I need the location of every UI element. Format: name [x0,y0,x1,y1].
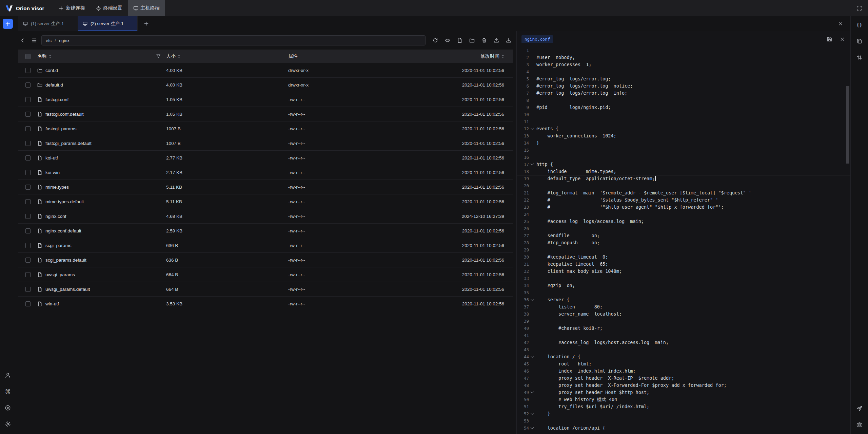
code-line[interactable]: 23 # '"$http_user_agent" "$http_x_forwar… [517,204,850,211]
code-line[interactable]: 44 location / { [517,353,850,360]
file-name[interactable]: nginx.conf.default [45,228,81,233]
code-line[interactable]: 50 # web history 模式 404 [517,396,850,403]
code-line[interactable]: 1 [517,47,850,54]
file-name[interactable]: mime.types.default [45,199,84,204]
code-line[interactable]: 37 listen 80; [517,303,850,310]
code-line[interactable]: 12events { [517,125,850,132]
file-row[interactable]: fastcgi_params 1007 B -rw-r--r-- 2020-11… [18,121,513,136]
code-line[interactable]: 43 [517,346,850,353]
code-line[interactable]: 17http { [517,161,850,168]
code-line[interactable]: 53 [517,417,850,424]
code-line[interactable]: 46 index index.html index.htm; [517,367,850,375]
download-icon[interactable] [504,36,513,45]
file-name[interactable]: win-utf [45,301,59,306]
filter-funnel-icon[interactable] [156,54,166,59]
row-checkbox[interactable] [25,258,31,263]
file-row[interactable]: fastcgi.conf 1.05 KB -rw-r--r-- 2020-11-… [18,92,513,107]
code-line[interactable]: 6#error_log logs/error.log notice; [517,82,850,90]
row-checkbox[interactable] [25,287,31,292]
code-line[interactable]: 11 [517,118,850,125]
breadcrumb-segment[interactable]: nginx [59,38,70,43]
preview-eye-icon[interactable] [443,36,452,45]
code-line[interactable]: 19 default_type application/octet-stream… [517,175,850,182]
save-icon[interactable] [826,36,833,42]
code-line[interactable]: 13 worker_connections 1024; [517,132,850,139]
fold-chevron-icon[interactable] [529,424,535,432]
code-line[interactable]: 18 include mime.types; [517,168,850,175]
file-name[interactable]: fastcgi.conf [45,97,68,102]
sort-icon[interactable] [49,55,52,58]
row-checkbox[interactable] [25,141,31,146]
file-name[interactable]: uwsgi_params [45,272,75,277]
new-file-icon[interactable] [455,36,464,45]
row-checkbox[interactable] [25,199,31,204]
breadcrumb[interactable]: etc/nginx [41,35,426,45]
add-tab-icon[interactable] [142,19,151,28]
code-line[interactable]: 34 #gzip on; [517,282,850,289]
file-row[interactable]: conf.d 4.00 KB drwxr-xr-x 2020-11-01 10:… [18,63,513,78]
row-checkbox[interactable] [25,185,31,190]
file-name[interactable]: fastcgi_params.default [45,141,92,146]
code-line[interactable]: 15 [517,147,850,154]
command-shortcut-icon[interactable]: ⌘ [4,388,12,395]
file-name[interactable]: conf.d [45,68,58,73]
code-line[interactable]: 25 #access_log logs/access.log main; [517,218,850,225]
back-icon[interactable] [18,36,27,45]
row-checkbox[interactable] [25,214,31,219]
code-line[interactable]: 40 #charset koi8-r; [517,325,850,332]
file-name[interactable]: default.d [45,82,63,88]
select-all-checkbox[interactable] [25,54,31,59]
fold-chevron-icon[interactable] [529,410,535,417]
row-checkbox[interactable] [25,272,31,277]
code-line[interactable]: 27 sendfile on; [517,232,850,239]
variables-braces-icon[interactable]: {} [856,21,863,29]
code-line[interactable]: 7#error_log logs/error.log info; [517,90,850,97]
code-line[interactable]: 33 [517,275,850,282]
code-line[interactable]: 54 location /orion/api { [517,424,850,432]
menu-new-connection[interactable]: 新建连接 [53,0,91,16]
code-line[interactable]: 2#user nobody; [517,54,850,61]
code-line[interactable]: 48 proxy_set_header X-Forwarded-For $pro… [517,382,850,389]
tab-terminal-1[interactable]: (1) server-生产-1 [18,16,78,31]
menu-host-terminal[interactable]: 主机终端 [128,0,165,16]
send-command-icon[interactable] [856,405,863,412]
sort-icon[interactable] [178,55,180,58]
file-name[interactable]: nginx.conf [45,214,66,219]
breadcrumb-segment[interactable]: etc [46,38,52,43]
file-row[interactable]: nginx.conf.default 2.59 KB -rw-r--r-- 20… [18,224,513,238]
code-line[interactable]: 32 client_max_body_size 1048m; [517,268,850,275]
code-line[interactable]: 28 #tcp_nopush on; [517,239,850,246]
row-checkbox[interactable] [25,112,31,117]
user-icon[interactable] [4,372,12,379]
code-line[interactable]: 35 [517,289,850,296]
code-line[interactable]: 51 try_files $uri $uri/ /index.html; [517,403,850,410]
code-line[interactable]: 16 [517,154,850,161]
menu-terminal-settings[interactable]: 终端设置 [91,0,128,16]
transfer-arrows-icon[interactable] [856,54,863,61]
code-line[interactable]: 42 #access_log logs/host.access.log main… [517,339,850,346]
code-line[interactable]: 38 server_name localhost; [517,310,850,318]
code-line[interactable]: 39 [517,318,850,325]
tab-terminal-2[interactable]: (2) server-生产-1 [78,16,138,31]
row-checkbox[interactable] [25,301,31,306]
code-line[interactable]: 24 [517,211,850,218]
file-name[interactable]: fastcgi_params [45,126,77,131]
sort-icon[interactable] [501,55,504,58]
row-checkbox[interactable] [25,243,31,248]
upload-icon[interactable] [492,36,501,45]
code-line[interactable]: 41 [517,332,850,339]
code-line[interactable]: 49 proxy_set_header Host $http_host; [517,389,850,396]
file-tag[interactable]: nginx.conf [521,35,553,43]
file-row[interactable]: koi-win 2.17 KB -rw-r--r-- 2020-11-01 10… [18,165,513,180]
file-row[interactable]: uwsgi_params.default 664 B -rw-r--r-- 20… [18,282,513,297]
file-row[interactable]: scgi_params 636 B -rw-r--r-- 2020-11-01 … [18,238,513,253]
file-row[interactable]: scgi_params.default 636 B -rw-r--r-- 202… [18,253,513,267]
delete-trash-icon[interactable] [480,36,489,45]
file-row[interactable]: default.d 4.00 KB drwxr-xr-x 2020-11-01 … [18,78,513,92]
file-name[interactable]: koi-win [45,170,60,175]
copy-snippet-icon[interactable] [856,37,863,45]
theme-disc-icon[interactable] [4,404,12,412]
fold-chevron-icon[interactable] [529,125,535,132]
code-line[interactable]: 45 root html; [517,360,850,367]
row-checkbox[interactable] [25,68,31,73]
